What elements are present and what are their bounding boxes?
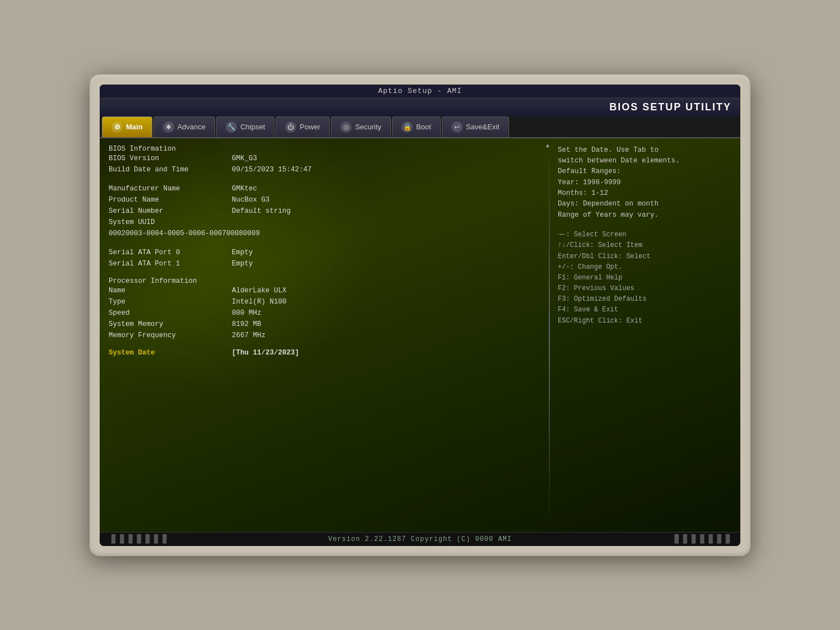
bios-version-row: BIOS Version GMK_G3 bbox=[109, 153, 540, 164]
tab-saveexit-label: Save&Exit bbox=[466, 123, 500, 131]
tab-advance[interactable]: ✱ Advance bbox=[153, 116, 216, 137]
aptio-title: Aptio Setup - AMI bbox=[378, 87, 462, 95]
key-row-0: →←: Select Screen bbox=[558, 230, 732, 240]
sata-port1-row: Serial ATA Port 1 Empty bbox=[109, 258, 540, 269]
manufacturer-label: Manufacturer Name bbox=[109, 183, 232, 194]
system-info-section: Manufacturer Name GMKtec Product Name Nu… bbox=[109, 183, 540, 239]
help-line-0: Set the Date. Use Tab to bbox=[558, 145, 732, 156]
tab-chipset[interactable]: 🔧 Chipset bbox=[216, 116, 274, 137]
bios-screen: Aptio Setup - AMI BIOS SETUP UTILITY ⚙ M… bbox=[100, 85, 740, 546]
key-legend: →←: Select Screen ↑↓/Click: Select Item … bbox=[558, 230, 732, 326]
product-name-value: NucBox G3 bbox=[232, 194, 270, 206]
monitor: Aptio Setup - AMI BIOS SETUP UTILITY ⚙ M… bbox=[90, 74, 750, 556]
system-date-row[interactable]: System Date [Thu 11/23/2023] bbox=[109, 349, 540, 357]
help-text: Set the Date. Use Tab to switch between … bbox=[558, 145, 732, 221]
sys-memory-row: System Memory 8192 MB bbox=[109, 319, 540, 330]
top-bar: Aptio Setup - AMI bbox=[100, 85, 740, 98]
bios-utility-title: BIOS SETUP UTILITY bbox=[609, 101, 731, 113]
processor-info-section: Processor Information Name AlderLake ULX… bbox=[109, 277, 540, 341]
key-row-5: F2: Previous Values bbox=[558, 283, 732, 294]
help-line-2: Default Ranges: bbox=[558, 166, 732, 177]
sys-memory-value: 8192 MB bbox=[232, 319, 262, 330]
bios-version-label: BIOS Version bbox=[109, 153, 232, 164]
tab-boot-label: Boot bbox=[416, 123, 431, 131]
sys-memory-label: System Memory bbox=[109, 319, 232, 330]
left-dashes: ▐▌▐▌▐▌▐▌▐▌▐▌▐▌ bbox=[109, 534, 168, 544]
advance-tab-icon: ✱ bbox=[163, 122, 174, 133]
uuid-value-row: 00020003-0004-0005-0006-000700080009 bbox=[109, 228, 540, 239]
proc-type-row: Type Intel(R) N100 bbox=[109, 296, 540, 307]
proc-speed-value: 800 MHz bbox=[232, 307, 262, 319]
title-bar: BIOS SETUP UTILITY bbox=[100, 98, 740, 116]
chipset-tab-icon: 🔧 bbox=[226, 122, 237, 133]
system-uuid-row: System UUID bbox=[109, 217, 540, 228]
left-panel: BIOS Information BIOS Version GMK_G3 Bui… bbox=[100, 138, 549, 532]
key-row-8: ESC/Right Click: Exit bbox=[558, 316, 732, 326]
tab-security[interactable]: ◎ Security bbox=[331, 116, 391, 137]
proc-type-label: Type bbox=[109, 296, 232, 307]
system-date-label: System Date bbox=[109, 349, 232, 357]
tab-security-label: Security bbox=[355, 123, 381, 131]
power-tab-icon: ⏻ bbox=[285, 122, 296, 133]
tab-power-label: Power bbox=[300, 123, 320, 131]
key-row-2: Enter/Dbl Click: Select bbox=[558, 251, 732, 262]
help-line-6: Range of Years may vary. bbox=[558, 210, 732, 221]
boot-tab-icon: 🔒 bbox=[402, 122, 413, 133]
screen-bezel: Aptio Setup - AMI BIOS SETUP UTILITY ⚙ M… bbox=[100, 85, 740, 546]
processor-info-title: Processor Information bbox=[109, 277, 540, 285]
main-content: BIOS Information BIOS Version GMK_G3 Bui… bbox=[100, 138, 740, 532]
product-name-label: Product Name bbox=[109, 194, 232, 206]
sata-port1-value: Empty bbox=[232, 258, 253, 269]
system-uuid-label: System UUID bbox=[109, 217, 232, 228]
proc-speed-row: Speed 800 MHz bbox=[109, 307, 540, 319]
proc-name-value: AlderLake ULX bbox=[232, 285, 287, 296]
sata-port0-value: Empty bbox=[232, 247, 253, 258]
manufacturer-value: GMKtec bbox=[232, 183, 257, 194]
bios-version-value: GMK_G3 bbox=[232, 153, 257, 164]
build-date-value: 09/15/2023 15:42:47 bbox=[232, 164, 312, 175]
tab-power[interactable]: ⏻ Power bbox=[276, 116, 330, 137]
tab-main-label: Main bbox=[126, 123, 143, 131]
right-dashes: ▐▌▐▌▐▌▐▌▐▌▐▌▐▌ bbox=[672, 534, 731, 544]
main-tab-icon: ⚙ bbox=[111, 122, 123, 133]
key-row-6: F3: Optimized Defaults bbox=[558, 294, 732, 305]
help-line-1: switch between Date elements. bbox=[558, 156, 732, 166]
security-tab-icon: ◎ bbox=[340, 122, 352, 133]
system-date-value: [Thu 11/23/2023] bbox=[232, 349, 299, 357]
bios-info-title: BIOS Information bbox=[109, 145, 540, 153]
key-row-1: ↑↓/Click: Select Item bbox=[558, 240, 732, 251]
serial-number-label: Serial Number bbox=[109, 206, 232, 217]
tab-advance-label: Advance bbox=[178, 123, 206, 131]
tab-main[interactable]: ⚙ Main bbox=[102, 116, 152, 137]
build-date-label: Build Date and Time bbox=[109, 164, 232, 175]
help-line-4: Months: 1-12 bbox=[558, 188, 732, 199]
key-row-3: +/-: Change Opt. bbox=[558, 262, 732, 273]
mem-freq-label: Memory Frequency bbox=[109, 330, 232, 341]
mem-freq-row: Memory Frequency 2667 MHz bbox=[109, 330, 540, 341]
proc-name-row: Name AlderLake ULX bbox=[109, 285, 540, 296]
bios-info-section: BIOS Information BIOS Version GMK_G3 Bui… bbox=[109, 145, 540, 175]
version-text: Version 2.22.1287 Copyright (C) 0000 AMI bbox=[328, 535, 512, 543]
help-line-3: Year: 1998-9999 bbox=[558, 178, 732, 188]
tab-chipset-label: Chipset bbox=[240, 123, 265, 131]
sata-port0-label: Serial ATA Port 0 bbox=[109, 247, 232, 258]
build-date-row: Build Date and Time 09/15/2023 15:42:47 bbox=[109, 164, 540, 175]
proc-speed-label: Speed bbox=[109, 307, 232, 319]
proc-name-label: Name bbox=[109, 285, 232, 296]
mem-freq-value: 2667 MHz bbox=[232, 330, 265, 341]
help-line-5: Days: Dependent on month bbox=[558, 199, 732, 209]
serial-number-row: Serial Number Default string bbox=[109, 206, 540, 217]
sata-port1-label: Serial ATA Port 1 bbox=[109, 258, 232, 269]
manufacturer-row: Manufacturer Name GMKtec bbox=[109, 183, 540, 194]
serial-number-value: Default string bbox=[232, 206, 291, 217]
sata-info-section: Serial ATA Port 0 Empty Serial ATA Port … bbox=[109, 247, 540, 269]
sata-port0-row: Serial ATA Port 0 Empty bbox=[109, 247, 540, 258]
tab-boot[interactable]: 🔒 Boot bbox=[392, 116, 441, 137]
nav-tabs: ⚙ Main ✱ Advance 🔧 Chipset ⏻ Power ◎ bbox=[100, 116, 740, 138]
right-panel: Set the Date. Use Tab to switch between … bbox=[550, 138, 740, 532]
bottom-bar: ▐▌▐▌▐▌▐▌▐▌▐▌▐▌ Version 2.22.1287 Copyrig… bbox=[100, 532, 740, 546]
key-row-4: F1: General Help bbox=[558, 273, 732, 283]
product-name-row: Product Name NucBox G3 bbox=[109, 194, 540, 206]
key-row-7: F4: Save & Exit bbox=[558, 305, 732, 315]
tab-saveexit[interactable]: ↩ Save&Exit bbox=[442, 116, 509, 137]
